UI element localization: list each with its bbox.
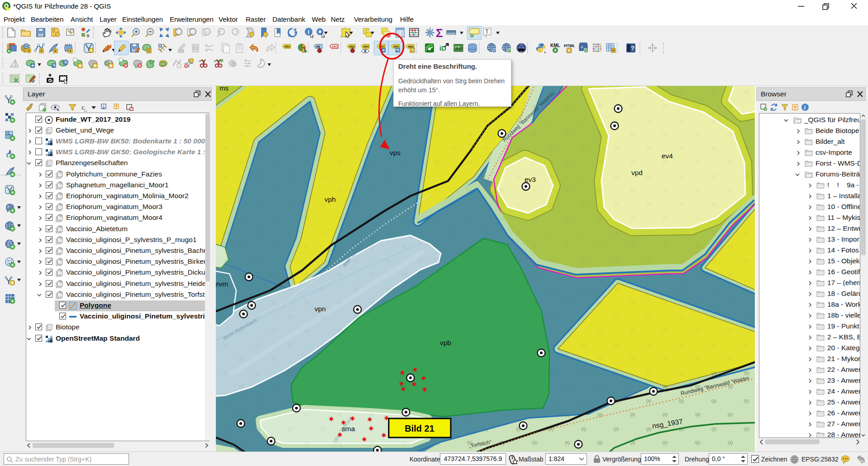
svg-text:abc: abc	[394, 44, 400, 48]
svg-text:ev4: ev4	[662, 152, 673, 160]
svg-text:vps: vps	[390, 149, 401, 157]
svg-text:HTML: HTML	[564, 43, 575, 48]
svg-text:iD: iD	[439, 44, 446, 52]
svg-text:vpn: vpn	[315, 305, 326, 313]
svg-text:KML: KML	[550, 43, 560, 48]
svg-text:ms: ms	[219, 86, 229, 92]
svg-text:ε: ε	[81, 104, 84, 111]
svg-text:T: T	[485, 28, 489, 35]
svg-text:Σ: Σ	[436, 26, 443, 39]
svg-text:abc: abc	[285, 44, 291, 48]
svg-text:vpd: vpd	[631, 169, 643, 176]
svg-text:vpb: vpb	[440, 339, 451, 347]
svg-text:vph: vph	[324, 195, 336, 203]
svg-text:abc: abc	[349, 44, 355, 48]
svg-text:a: a	[86, 33, 90, 38]
svg-text:Bild 21: Bild 21	[405, 423, 434, 433]
svg-text:sma: sma	[342, 425, 355, 433]
svg-text:evm: evm	[216, 280, 228, 288]
svg-text:?: ?	[631, 45, 634, 52]
svg-text:i: i	[308, 29, 310, 35]
svg-text:abc: abc	[363, 44, 369, 48]
svg-text:1:1: 1:1	[205, 31, 210, 33]
svg-text:abc: abc	[379, 44, 385, 48]
svg-text:abc: abc	[332, 44, 338, 48]
